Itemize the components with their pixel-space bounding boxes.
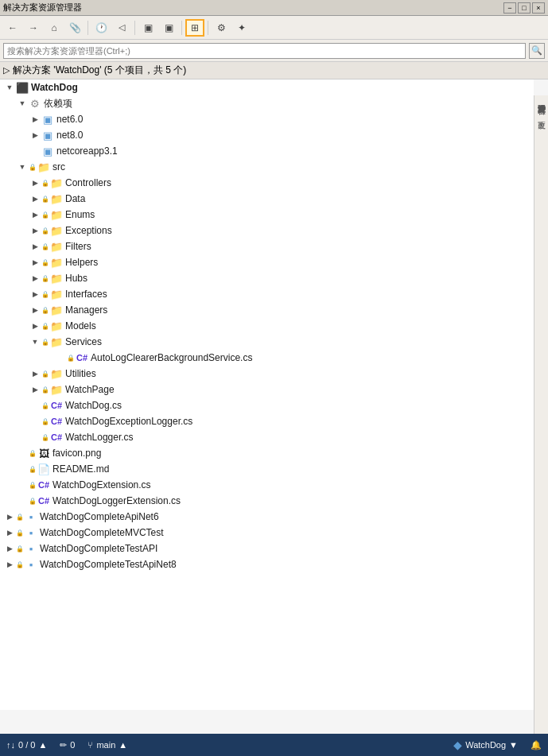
lock-icon: 🔒 xyxy=(16,514,24,521)
toolbar: ← → ⌂ 📎 🕐 ◁ ▣ ▣ ⊞ ⚙ ✦ xyxy=(0,16,548,40)
tree-item-label: Interfaces xyxy=(65,289,107,300)
expand-icon[interactable] xyxy=(29,224,41,237)
config-button[interactable]: ⚙ xyxy=(212,19,231,37)
tree-item-hubs[interactable]: 🔒📁Hubs xyxy=(0,270,534,286)
expand-icon[interactable] xyxy=(29,383,41,396)
expand-icon[interactable] xyxy=(29,256,41,269)
right-panel-label-2[interactable]: Git更改 xyxy=(534,102,549,118)
tree-item-watchdogext[interactable]: 🔒C#WatchDogExtension.cs xyxy=(0,477,534,493)
tree-item-net6[interactable]: ▣net6.0 xyxy=(0,111,534,127)
expand-icon[interactable] xyxy=(29,192,41,205)
watchdog-status[interactable]: ◆ WatchDog ▼ xyxy=(453,739,518,751)
expand-icon[interactable] xyxy=(29,367,41,380)
tree-item-watchpage[interactable]: 🔒📁WatchPage xyxy=(0,382,534,397)
expand-icon[interactable] xyxy=(3,510,16,523)
expand-icon[interactable] xyxy=(3,81,16,94)
expand-icon[interactable] xyxy=(29,176,41,189)
expand-icon[interactable] xyxy=(3,542,16,555)
tree-item-label: WatchLogger.cs xyxy=(65,432,134,443)
right-panel: 解决方案资源管理器 Git更改 xyxy=(534,95,548,756)
tree-item-net8[interactable]: ▣net8.0 xyxy=(0,127,534,143)
right-panel-label-1[interactable]: 解决方案资源管理器 xyxy=(534,95,549,102)
maximize-button[interactable]: □ xyxy=(518,2,531,14)
solution-proj-icon: ▪ xyxy=(25,558,37,571)
tree-item-src[interactable]: 🔒📁src xyxy=(0,159,534,175)
folder-icon: 📁 xyxy=(50,256,63,269)
tree-item-watchdogloggerext[interactable]: 🔒C#WatchDogLoggerExtension.cs xyxy=(0,493,534,509)
lock-icon: 🔒 xyxy=(29,466,37,473)
extra-button[interactable]: ✦ xyxy=(232,19,251,37)
tree-item-label: WatchDog xyxy=(31,82,78,93)
tree-item-watchdogex[interactable]: 🔒C#WatchDogExceptionLogger.cs xyxy=(0,413,534,429)
folder-icon: 📁 xyxy=(50,192,63,205)
tree-item-data[interactable]: 🔒📁Data xyxy=(0,191,534,207)
minimize-button[interactable]: − xyxy=(503,2,516,14)
tree-item-label: Utilities xyxy=(65,368,96,379)
tree-item-label: WatchDogExceptionLogger.cs xyxy=(65,416,192,427)
expand-icon[interactable] xyxy=(29,240,41,253)
tree-item-models[interactable]: 🔒📁Models xyxy=(0,318,534,334)
home-button[interactable]: ⌂ xyxy=(45,19,64,37)
tree-item-watchlogger[interactable]: 🔒C#WatchLogger.cs xyxy=(0,429,534,445)
bell-status[interactable]: 🔔 xyxy=(531,740,542,750)
expand-icon[interactable] xyxy=(29,113,41,126)
tree-item-proj1[interactable]: 🔒▪WatchDogCompleteApiNet6 xyxy=(0,509,534,525)
tree-item-label: src xyxy=(52,161,65,173)
solution-header: ▷ 解决方案 'WatchDog' (5 个项目，共 5 个) xyxy=(0,62,548,79)
expand-icon[interactable] xyxy=(3,558,16,571)
tree-item-exceptions[interactable]: 🔒📁Exceptions xyxy=(0,223,534,238)
attach-button[interactable]: 📎 xyxy=(65,19,84,37)
expand-icon[interactable] xyxy=(16,97,29,110)
tree-item-proj2[interactable]: 🔒▪WatchDogCompleteMVCTest xyxy=(0,525,534,541)
tree-item-managers[interactable]: 🔒📁Managers xyxy=(0,302,534,318)
main-content: ⬛WatchDog⚙依赖项▣net6.0▣net8.0▣netcoreapp3.… xyxy=(0,79,548,710)
settings-button[interactable]: ⊞ xyxy=(185,19,204,37)
expand-icon[interactable] xyxy=(29,335,41,348)
tree-item-helpers[interactable]: 🔒📁Helpers xyxy=(0,254,534,270)
expand-icon[interactable] xyxy=(29,320,41,332)
cs-icon: C# xyxy=(76,351,88,364)
cs-icon: C# xyxy=(50,431,63,444)
close-button[interactable]: × xyxy=(532,2,545,14)
expand-icon[interactable] xyxy=(29,272,41,285)
search-input[interactable] xyxy=(3,43,526,59)
folder-icon: 📁 xyxy=(50,304,63,316)
view1-button[interactable]: ▣ xyxy=(138,19,157,37)
tree-item-favicon[interactable]: 🔒🖼favicon.png xyxy=(0,445,534,461)
forward-button[interactable]: → xyxy=(24,19,43,37)
expand-icon[interactable] xyxy=(3,526,16,539)
tree-item-label: Controllers xyxy=(65,177,111,188)
tree-item-services[interactable]: 🔒📁Services xyxy=(0,334,534,350)
tree-item-label: favicon.png xyxy=(52,448,101,459)
back-button[interactable]: ← xyxy=(3,19,22,37)
tree-item-controllers[interactable]: 🔒📁Controllers xyxy=(0,175,534,191)
tree-item-proj4[interactable]: 🔒▪WatchDogCompleteTestApiNet8 xyxy=(0,556,534,572)
folder-icon: 📁 xyxy=(50,288,63,300)
view2-button[interactable]: ▣ xyxy=(159,19,178,37)
expand-icon[interactable] xyxy=(16,161,29,173)
tree-item-autolog[interactable]: 🔒C#AutoLogClearerBackgroundService.cs xyxy=(0,350,534,366)
tree-item-netcoreapp31[interactable]: ▣netcoreapp3.1 xyxy=(0,143,534,159)
tree-item-utilities[interactable]: 🔒📁Utilities xyxy=(0,366,534,382)
tree-item-interfaces[interactable]: 🔒📁Interfaces xyxy=(0,286,534,302)
title-bar-buttons: − □ × xyxy=(503,2,545,14)
expand-icon[interactable] xyxy=(29,288,41,300)
tree-item-watchdog-cs[interactable]: 🔒C#WatchDog.cs xyxy=(0,397,534,413)
tree-item-dependencies[interactable]: ⚙依赖项 xyxy=(0,95,534,111)
tree-item-enums[interactable]: 🔒📁Enums xyxy=(0,207,534,223)
history-button[interactable]: 🕐 xyxy=(91,19,111,37)
tree-item-proj3[interactable]: 🔒▪WatchDogCompleteTestAPI xyxy=(0,541,534,556)
tree-item-watchdog-root[interactable]: ⬛WatchDog xyxy=(0,79,534,95)
expand-icon[interactable] xyxy=(29,304,41,316)
lock-icon: 🔒 xyxy=(41,275,49,282)
search-submit-button[interactable]: 🔍 xyxy=(529,43,545,59)
lock-icon: 🔒 xyxy=(41,323,49,330)
lock-icon: 🔒 xyxy=(41,339,49,346)
expand-icon[interactable] xyxy=(29,208,41,221)
branch-status[interactable]: ⑂ main ▲ xyxy=(87,740,127,750)
tree-item-readme[interactable]: 🔒📄README.md xyxy=(0,461,534,477)
tree-item-filters[interactable]: 🔒📁Filters xyxy=(0,238,534,254)
net-icon: ▣ xyxy=(41,129,54,142)
expand-icon[interactable] xyxy=(29,129,41,142)
undo-button[interactable]: ◁ xyxy=(112,19,131,37)
